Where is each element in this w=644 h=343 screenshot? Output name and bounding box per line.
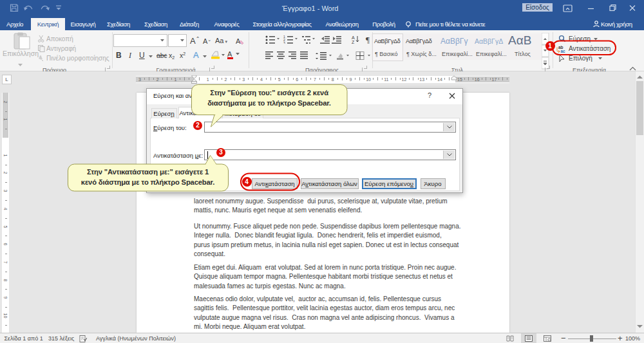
svg-text:A: A bbox=[352, 35, 355, 40]
svg-text:ac: ac bbox=[561, 49, 566, 53]
svg-text:Z: Z bbox=[352, 40, 355, 44]
svg-text:¶: ¶ bbox=[366, 35, 370, 44]
svg-text:3: 3 bbox=[283, 41, 285, 44]
